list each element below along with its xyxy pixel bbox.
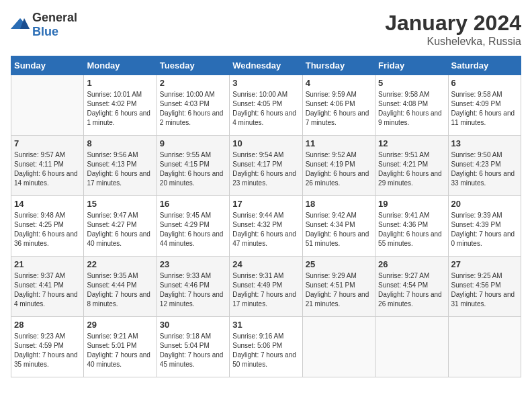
day-info: Sunrise: 10:00 AMSunset: 4:05 PMDaylight… — [232, 90, 299, 128]
day-cell: 27Sunrise: 9:25 AMSunset: 4:56 PMDayligh… — [448, 257, 521, 317]
day-cell: 15Sunrise: 9:47 AMSunset: 4:27 PMDayligh… — [84, 196, 157, 257]
day-number: 13 — [451, 138, 518, 148]
day-info: Sunrise: 9:16 AMSunset: 5:06 PMDaylight:… — [232, 332, 299, 369]
day-cell — [11, 75, 84, 136]
day-number: 18 — [306, 199, 372, 209]
day-info: Sunrise: 10:00 AMSunset: 4:03 PMDaylight… — [160, 90, 226, 128]
day-cell: 31Sunrise: 9:16 AMSunset: 5:06 PMDayligh… — [230, 317, 302, 377]
day-cell — [375, 317, 448, 377]
day-info: Sunrise: 9:55 AMSunset: 4:15 PMDaylight:… — [160, 150, 226, 188]
week-row-5: 28Sunrise: 9:23 AMSunset: 4:59 PMDayligh… — [11, 317, 521, 377]
day-cell: 8Sunrise: 9:56 AMSunset: 4:13 PMDaylight… — [84, 136, 157, 196]
day-number: 20 — [451, 199, 518, 209]
logo-blue: Blue — [32, 25, 58, 38]
day-number: 7 — [14, 138, 81, 148]
week-row-2: 7Sunrise: 9:57 AMSunset: 4:11 PMDaylight… — [11, 136, 521, 196]
day-number: 9 — [160, 138, 226, 148]
weekday-header-tuesday: Tuesday — [157, 56, 229, 75]
day-number: 11 — [306, 138, 372, 148]
day-cell: 18Sunrise: 9:42 AMSunset: 4:34 PMDayligh… — [302, 196, 375, 257]
day-info: Sunrise: 9:21 AMSunset: 5:01 PMDaylight:… — [87, 332, 153, 369]
day-number: 31 — [232, 320, 299, 330]
day-cell: 1Sunrise: 10:01 AMSunset: 4:02 PMDayligh… — [84, 75, 157, 136]
day-info: Sunrise: 9:47 AMSunset: 4:27 PMDaylight:… — [87, 211, 153, 248]
day-number: 16 — [160, 199, 226, 209]
day-cell: 22Sunrise: 9:35 AMSunset: 4:44 PMDayligh… — [84, 257, 157, 317]
day-cell: 19Sunrise: 9:41 AMSunset: 4:36 PMDayligh… — [375, 196, 448, 257]
day-info: Sunrise: 9:58 AMSunset: 4:09 PMDaylight:… — [451, 90, 518, 128]
weekday-header-wednesday: Wednesday — [230, 56, 302, 75]
weekday-header-saturday: Saturday — [448, 56, 521, 75]
day-info: Sunrise: 9:35 AMSunset: 4:44 PMDaylight:… — [87, 271, 153, 309]
day-number: 23 — [160, 259, 226, 269]
day-number: 5 — [378, 78, 445, 88]
day-number: 28 — [14, 320, 81, 330]
day-number: 6 — [451, 78, 518, 88]
weekday-header-row: SundayMondayTuesdayWednesdayThursdayFrid… — [11, 56, 521, 75]
day-number: 19 — [378, 199, 445, 209]
day-number: 2 — [160, 78, 226, 88]
day-info: Sunrise: 9:23 AMSunset: 4:59 PMDaylight:… — [14, 332, 81, 369]
day-cell: 7Sunrise: 9:57 AMSunset: 4:11 PMDaylight… — [11, 136, 84, 196]
day-cell: 25Sunrise: 9:29 AMSunset: 4:51 PMDayligh… — [302, 257, 375, 317]
logo: General Blue — [11, 11, 77, 39]
day-info: Sunrise: 9:51 AMSunset: 4:21 PMDaylight:… — [378, 150, 445, 188]
day-cell: 29Sunrise: 9:21 AMSunset: 5:01 PMDayligh… — [84, 317, 157, 377]
day-cell: 12Sunrise: 9:51 AMSunset: 4:21 PMDayligh… — [375, 136, 448, 196]
day-cell: 17Sunrise: 9:44 AMSunset: 4:32 PMDayligh… — [230, 196, 302, 257]
day-cell — [448, 317, 521, 377]
weekday-header-thursday: Thursday — [302, 56, 375, 75]
day-info: Sunrise: 9:25 AMSunset: 4:56 PMDaylight:… — [451, 271, 518, 309]
day-info: Sunrise: 9:57 AMSunset: 4:11 PMDaylight:… — [14, 150, 81, 188]
title-area: January 2024 Kushelevka, Russia — [385, 11, 521, 48]
day-info: Sunrise: 9:29 AMSunset: 4:51 PMDaylight:… — [306, 271, 372, 309]
day-info: Sunrise: 9:52 AMSunset: 4:19 PMDaylight:… — [306, 150, 372, 188]
day-cell: 4Sunrise: 9:59 AMSunset: 4:06 PMDaylight… — [302, 75, 375, 136]
day-cell: 14Sunrise: 9:48 AMSunset: 4:25 PMDayligh… — [11, 196, 84, 257]
day-cell: 23Sunrise: 9:33 AMSunset: 4:46 PMDayligh… — [157, 257, 229, 317]
day-info: Sunrise: 9:18 AMSunset: 5:04 PMDaylight:… — [160, 332, 226, 369]
day-number: 17 — [232, 199, 299, 209]
day-cell: 6Sunrise: 9:58 AMSunset: 4:09 PMDaylight… — [448, 75, 521, 136]
day-number: 10 — [232, 138, 299, 148]
day-info: Sunrise: 9:45 AMSunset: 4:29 PMDaylight:… — [160, 211, 226, 248]
day-number: 22 — [87, 259, 153, 269]
header: General Blue January 2024 Kushelevka, Ru… — [11, 11, 521, 48]
day-cell: 16Sunrise: 9:45 AMSunset: 4:29 PMDayligh… — [157, 196, 229, 257]
week-row-4: 21Sunrise: 9:37 AMSunset: 4:41 PMDayligh… — [11, 257, 521, 317]
day-cell: 5Sunrise: 9:58 AMSunset: 4:08 PMDaylight… — [375, 75, 448, 136]
weekday-header-sunday: Sunday — [11, 56, 84, 75]
day-info: Sunrise: 9:56 AMSunset: 4:13 PMDaylight:… — [87, 150, 153, 188]
weekday-header-monday: Monday — [84, 56, 157, 75]
logo-icon — [11, 17, 30, 30]
day-info: Sunrise: 9:27 AMSunset: 4:54 PMDaylight:… — [378, 271, 445, 309]
day-number: 15 — [87, 199, 153, 209]
day-info: Sunrise: 9:39 AMSunset: 4:39 PMDaylight:… — [451, 211, 518, 248]
day-info: Sunrise: 9:44 AMSunset: 4:32 PMDaylight:… — [232, 211, 299, 248]
day-info: Sunrise: 9:33 AMSunset: 4:46 PMDaylight:… — [160, 271, 226, 309]
calendar-table: SundayMondayTuesdayWednesdayThursdayFrid… — [11, 56, 521, 377]
day-info: Sunrise: 9:37 AMSunset: 4:41 PMDaylight:… — [14, 271, 81, 309]
weekday-header-friday: Friday — [375, 56, 448, 75]
day-cell: 28Sunrise: 9:23 AMSunset: 4:59 PMDayligh… — [11, 317, 84, 377]
day-cell: 11Sunrise: 9:52 AMSunset: 4:19 PMDayligh… — [302, 136, 375, 196]
day-cell: 10Sunrise: 9:54 AMSunset: 4:17 PMDayligh… — [230, 136, 302, 196]
day-cell: 13Sunrise: 9:50 AMSunset: 4:23 PMDayligh… — [448, 136, 521, 196]
day-info: Sunrise: 9:42 AMSunset: 4:34 PMDaylight:… — [306, 211, 372, 248]
week-row-1: 1Sunrise: 10:01 AMSunset: 4:02 PMDayligh… — [11, 75, 521, 136]
day-cell: 30Sunrise: 9:18 AMSunset: 5:04 PMDayligh… — [157, 317, 229, 377]
day-info: Sunrise: 9:58 AMSunset: 4:08 PMDaylight:… — [378, 90, 445, 128]
day-cell: 2Sunrise: 10:00 AMSunset: 4:03 PMDayligh… — [157, 75, 229, 136]
day-cell: 9Sunrise: 9:55 AMSunset: 4:15 PMDaylight… — [157, 136, 229, 196]
day-info: Sunrise: 9:41 AMSunset: 4:36 PMDaylight:… — [378, 211, 445, 248]
day-info: Sunrise: 10:01 AMSunset: 4:02 PMDaylight… — [87, 90, 153, 128]
day-number: 24 — [232, 259, 299, 269]
day-number: 1 — [87, 78, 153, 88]
logo-general: General — [32, 11, 77, 24]
day-number: 21 — [14, 259, 81, 269]
location-title: Kushelevka, Russia — [385, 36, 521, 48]
day-cell: 24Sunrise: 9:31 AMSunset: 4:49 PMDayligh… — [230, 257, 302, 317]
day-cell: 3Sunrise: 10:00 AMSunset: 4:05 PMDayligh… — [230, 75, 302, 136]
day-info: Sunrise: 9:31 AMSunset: 4:49 PMDaylight:… — [232, 271, 299, 309]
day-number: 12 — [378, 138, 445, 148]
